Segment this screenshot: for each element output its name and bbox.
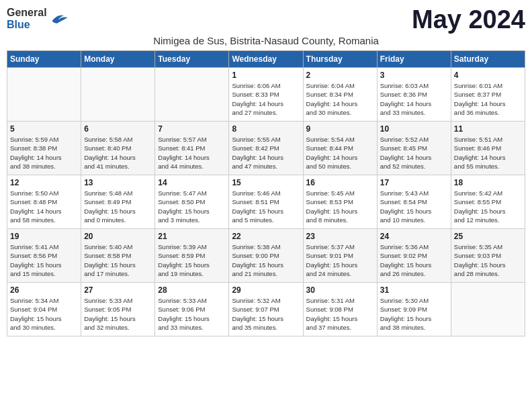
calendar-day-cell: 5Sunrise: 5:59 AM Sunset: 8:38 PM Daylig… [7, 122, 81, 175]
calendar-day-cell: 9Sunrise: 5:54 AM Sunset: 8:44 PM Daylig… [303, 122, 377, 175]
logo-text: General Blue [7, 7, 47, 31]
calendar-day-cell: 17Sunrise: 5:43 AM Sunset: 8:54 PM Dayli… [377, 175, 451, 229]
day-number: 25 [454, 232, 522, 241]
day-number: 7 [158, 124, 226, 134]
calendar-day-cell: 20Sunrise: 5:40 AM Sunset: 8:58 PM Dayli… [81, 229, 155, 283]
day-info: Sunrise: 5:54 AM Sunset: 8:44 PM Dayligh… [306, 135, 374, 171]
day-info: Sunrise: 6:03 AM Sunset: 8:36 PM Dayligh… [380, 81, 448, 117]
day-info: Sunrise: 5:39 AM Sunset: 8:59 PM Dayligh… [158, 242, 226, 278]
calendar-day-cell [7, 68, 81, 122]
day-info: Sunrise: 5:41 AM Sunset: 8:56 PM Dayligh… [10, 242, 78, 278]
calendar-day-cell: 23Sunrise: 5:37 AM Sunset: 9:01 PM Dayli… [303, 229, 377, 283]
day-info: Sunrise: 5:47 AM Sunset: 8:50 PM Dayligh… [158, 189, 226, 224]
calendar-day-cell: 15Sunrise: 5:46 AM Sunset: 8:51 PM Dayli… [229, 175, 303, 229]
day-info: Sunrise: 6:01 AM Sunset: 8:37 PM Dayligh… [454, 81, 522, 117]
calendar-day-cell: 25Sunrise: 5:35 AM Sunset: 9:03 PM Dayli… [451, 229, 525, 283]
calendar-day-cell: 6Sunrise: 5:58 AM Sunset: 8:40 PM Daylig… [81, 122, 155, 175]
day-info: Sunrise: 5:30 AM Sunset: 9:09 PM Dayligh… [380, 296, 448, 332]
day-number: 3 [380, 71, 448, 80]
day-number: 19 [10, 232, 78, 241]
calendar-day-cell [451, 283, 525, 336]
day-info: Sunrise: 5:43 AM Sunset: 8:54 PM Dayligh… [380, 189, 448, 224]
calendar-day-cell [155, 68, 229, 122]
calendar-day-cell: 1Sunrise: 6:06 AM Sunset: 8:33 PM Daylig… [229, 68, 303, 122]
day-number: 28 [158, 285, 226, 295]
day-info: Sunrise: 5:34 AM Sunset: 9:04 PM Dayligh… [10, 296, 78, 332]
weekday-header-friday: Friday [377, 51, 451, 68]
calendar-day-cell: 27Sunrise: 5:33 AM Sunset: 9:05 PM Dayli… [81, 283, 155, 336]
day-info: Sunrise: 5:38 AM Sunset: 9:00 PM Dayligh… [232, 242, 300, 278]
day-number: 24 [380, 232, 448, 241]
calendar-day-cell: 2Sunrise: 6:04 AM Sunset: 8:34 PM Daylig… [303, 68, 377, 122]
calendar-week-row: 1Sunrise: 6:06 AM Sunset: 8:33 PM Daylig… [7, 68, 525, 122]
day-info: Sunrise: 5:33 AM Sunset: 9:06 PM Dayligh… [158, 296, 226, 332]
calendar-day-cell: 10Sunrise: 5:52 AM Sunset: 8:45 PM Dayli… [377, 122, 451, 175]
weekday-header-monday: Monday [81, 51, 155, 68]
calendar-day-cell: 22Sunrise: 5:38 AM Sunset: 9:00 PM Dayli… [229, 229, 303, 283]
logo-blue: Blue [7, 19, 30, 30]
logo-bird-icon [50, 11, 69, 26]
day-info: Sunrise: 5:50 AM Sunset: 8:48 PM Dayligh… [10, 189, 78, 224]
day-number: 13 [84, 178, 152, 187]
day-number: 8 [232, 124, 300, 134]
weekday-header-tuesday: Tuesday [155, 51, 229, 68]
calendar-week-row: 5Sunrise: 5:59 AM Sunset: 8:38 PM Daylig… [7, 122, 525, 175]
day-info: Sunrise: 5:58 AM Sunset: 8:40 PM Dayligh… [84, 135, 152, 171]
calendar-day-cell: 29Sunrise: 5:32 AM Sunset: 9:07 PM Dayli… [229, 283, 303, 336]
day-number: 31 [380, 285, 448, 295]
calendar-day-cell: 18Sunrise: 5:42 AM Sunset: 8:55 PM Dayli… [451, 175, 525, 229]
day-number: 16 [306, 178, 374, 187]
day-number: 4 [454, 71, 522, 80]
calendar-day-cell: 4Sunrise: 6:01 AM Sunset: 8:37 PM Daylig… [451, 68, 525, 122]
weekday-header-thursday: Thursday [303, 51, 377, 68]
day-info: Sunrise: 6:06 AM Sunset: 8:33 PM Dayligh… [232, 81, 300, 117]
day-number: 30 [306, 285, 374, 295]
day-info: Sunrise: 6:04 AM Sunset: 8:34 PM Dayligh… [306, 81, 374, 117]
weekday-header-wednesday: Wednesday [229, 51, 303, 68]
calendar-week-row: 26Sunrise: 5:34 AM Sunset: 9:04 PM Dayli… [7, 283, 525, 336]
calendar-day-cell: 12Sunrise: 5:50 AM Sunset: 8:48 PM Dayli… [7, 175, 81, 229]
calendar-subtitle: Nimigea de Sus, Bistrita-Nasaud County, … [7, 35, 525, 46]
day-number: 29 [232, 285, 300, 295]
calendar-day-cell: 16Sunrise: 5:45 AM Sunset: 8:53 PM Dayli… [303, 175, 377, 229]
day-info: Sunrise: 5:31 AM Sunset: 9:08 PM Dayligh… [306, 296, 374, 332]
day-number: 26 [10, 285, 78, 295]
calendar-day-cell: 30Sunrise: 5:31 AM Sunset: 9:08 PM Dayli… [303, 283, 377, 336]
weekday-header-row: SundayMondayTuesdayWednesdayThursdayFrid… [7, 51, 525, 68]
day-info: Sunrise: 5:37 AM Sunset: 9:01 PM Dayligh… [306, 242, 374, 278]
calendar-day-cell: 19Sunrise: 5:41 AM Sunset: 8:56 PM Dayli… [7, 229, 81, 283]
calendar-day-cell: 21Sunrise: 5:39 AM Sunset: 8:59 PM Dayli… [155, 229, 229, 283]
calendar-day-cell: 3Sunrise: 6:03 AM Sunset: 8:36 PM Daylig… [377, 68, 451, 122]
day-number: 9 [306, 124, 374, 134]
day-number: 2 [306, 71, 374, 80]
day-number: 14 [158, 178, 226, 187]
day-number: 20 [84, 232, 152, 241]
calendar-day-cell: 26Sunrise: 5:34 AM Sunset: 9:04 PM Dayli… [7, 283, 81, 336]
calendar-day-cell: 28Sunrise: 5:33 AM Sunset: 9:06 PM Dayli… [155, 283, 229, 336]
calendar-week-row: 19Sunrise: 5:41 AM Sunset: 8:56 PM Dayli… [7, 229, 525, 283]
day-info: Sunrise: 5:35 AM Sunset: 9:03 PM Dayligh… [454, 242, 522, 278]
logo-general: General [7, 7, 47, 18]
day-number: 21 [158, 232, 226, 241]
calendar-day-cell: 11Sunrise: 5:51 AM Sunset: 8:46 PM Dayli… [451, 122, 525, 175]
calendar-day-cell: 8Sunrise: 5:55 AM Sunset: 8:42 PM Daylig… [229, 122, 303, 175]
weekday-header-saturday: Saturday [451, 51, 525, 68]
day-info: Sunrise: 5:59 AM Sunset: 8:38 PM Dayligh… [10, 135, 78, 171]
day-info: Sunrise: 5:46 AM Sunset: 8:51 PM Dayligh… [232, 189, 300, 224]
calendar-table: SundayMondayTuesdayWednesdayThursdayFrid… [7, 50, 525, 336]
logo: General Blue [7, 7, 69, 31]
day-number: 22 [232, 232, 300, 241]
day-info: Sunrise: 5:45 AM Sunset: 8:53 PM Dayligh… [306, 189, 374, 224]
calendar-week-row: 12Sunrise: 5:50 AM Sunset: 8:48 PM Dayli… [7, 175, 525, 229]
day-info: Sunrise: 5:51 AM Sunset: 8:46 PM Dayligh… [454, 135, 522, 171]
calendar-day-cell: 13Sunrise: 5:48 AM Sunset: 8:49 PM Dayli… [81, 175, 155, 229]
day-info: Sunrise: 5:48 AM Sunset: 8:49 PM Dayligh… [84, 189, 152, 224]
page-header: General Blue May 2024 [7, 7, 525, 32]
day-number: 15 [232, 178, 300, 187]
day-number: 11 [454, 124, 522, 134]
day-number: 10 [380, 124, 448, 134]
day-info: Sunrise: 5:36 AM Sunset: 9:02 PM Dayligh… [380, 242, 448, 278]
calendar-day-cell [81, 68, 155, 122]
calendar-day-cell: 24Sunrise: 5:36 AM Sunset: 9:02 PM Dayli… [377, 229, 451, 283]
month-title: May 2024 [412, 7, 525, 32]
